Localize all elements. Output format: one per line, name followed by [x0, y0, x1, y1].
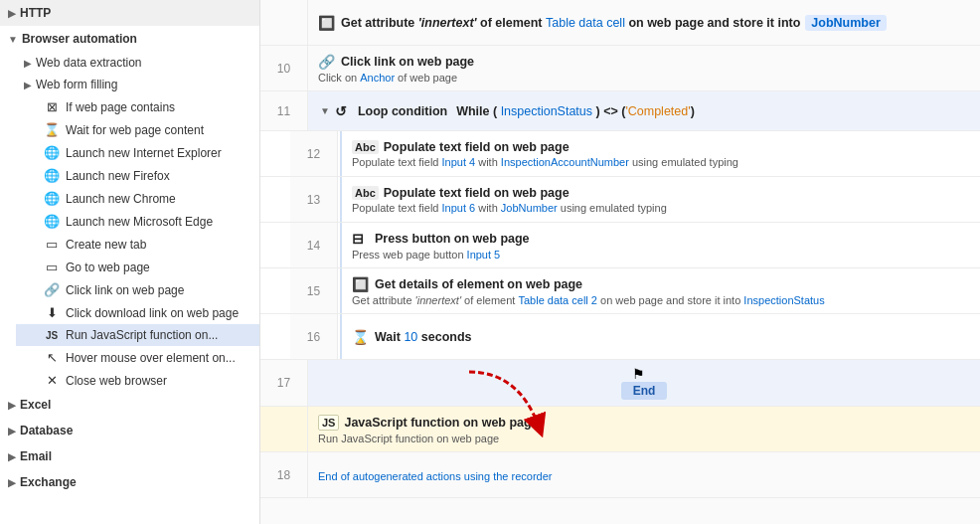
- row-title-13: Abc Populate text field on web page: [352, 186, 970, 200]
- flow-row-13[interactable]: 13 Abc Populate text field on web page P…: [260, 177, 980, 223]
- sidebar-item-launch-firefox[interactable]: 🌐 Launch new Firefox: [16, 164, 259, 187]
- row-num-14: 14: [290, 223, 338, 267]
- sidebar-item-click-download[interactable]: ⬇ Click download link on web page: [16, 301, 259, 324]
- flow-row-17-end[interactable]: 17 ⚑ End: [260, 360, 980, 407]
- sidebar-item-if-web-page[interactable]: ⊠ If web page contains: [16, 95, 259, 118]
- row-num-17: 17: [260, 360, 308, 406]
- click-download-icon: ⬇: [44, 305, 60, 320]
- excel-label: Excel: [20, 398, 51, 412]
- sidebar-item-hover-mouse[interactable]: ↖ Hover mouse over element on...: [16, 346, 259, 369]
- populate-icon-12: Abc: [352, 140, 379, 154]
- web-form-label: Web form filling: [36, 78, 117, 91]
- sidebar-section-email[interactable]: ▶ Email: [0, 443, 259, 469]
- flow-row-18[interactable]: 18 End of autogenerated actions using th…: [260, 452, 980, 498]
- sidebar-section-http[interactable]: ▶ HTTP: [0, 0, 259, 26]
- row-num-13: 13: [290, 177, 338, 222]
- sidebar-item-run-js[interactable]: JS Run JavaScript function on...: [16, 324, 259, 346]
- database-label: Database: [20, 424, 73, 437]
- row-content-18: End of autogenerated actions using the r…: [308, 452, 980, 497]
- loop-title: ▼ ↺ Loop condition While ( InspectionSta…: [320, 103, 970, 119]
- launch-firefox-icon: 🌐: [44, 168, 60, 183]
- create-tab-icon: ▭: [44, 237, 60, 252]
- close-browser-icon: ✕: [44, 373, 60, 388]
- get-details-icon: 🔲: [352, 276, 370, 292]
- web-data-label: Web data extraction: [36, 56, 142, 70]
- click-download-label: Click download link on web page: [66, 306, 239, 320]
- sidebar-item-wait-web-page[interactable]: ⌛ Wait for web page content: [16, 118, 259, 141]
- launch-edge-icon: 🌐: [44, 214, 60, 229]
- exchange-chevron: ▶: [8, 477, 16, 488]
- end-row-content: ⚑ End: [308, 360, 980, 406]
- row-content-15: 🔲 Get details of element on web page Get…: [340, 268, 980, 313]
- loop-collapse-chevron[interactable]: ▼: [320, 105, 330, 116]
- sidebar-item-launch-chrome[interactable]: 🌐 Launch new Chrome: [16, 187, 259, 210]
- populate-icon-13: Abc: [352, 186, 379, 200]
- exchange-label: Exchange: [20, 475, 77, 489]
- flow-row-12[interactable]: 12 Abc Populate text field on web page P…: [260, 131, 980, 177]
- row-desc-15: Get attribute 'innertext' of element Tab…: [352, 294, 970, 306]
- go-to-web-icon: ▭: [44, 260, 60, 274]
- if-web-page-icon: ⊠: [44, 99, 60, 114]
- get-attribute-icon: 🔲: [318, 15, 336, 31]
- red-arrow-overlay: [459, 367, 559, 449]
- sidebar-subsection-web-data-extraction[interactable]: ▶ Web data extraction: [16, 52, 259, 74]
- row-num-12: 12: [290, 131, 338, 176]
- sidebar-item-close-browser[interactable]: ✕ Close web browser: [16, 369, 259, 392]
- browser-automation-chevron: ▼: [8, 34, 18, 45]
- row-content-14: ⊟ Press button on web page Press web pag…: [340, 223, 980, 267]
- flow-row-16[interactable]: 16 ⌛ Wait 10 seconds: [260, 314, 980, 360]
- row-desc-14: Press web page button Input 5: [352, 249, 970, 261]
- browser-automation-children: ▶ Web data extraction ▶ Web form filling…: [0, 52, 259, 392]
- row-title-10: 🔗 Click link on web page: [318, 54, 970, 70]
- autogenerated-link[interactable]: End of autogenerated actions using the r…: [318, 470, 552, 482]
- launch-firefox-label: Launch new Firefox: [66, 169, 170, 183]
- wait-web-page-icon: ⌛: [44, 122, 60, 137]
- row-desc-18: End of autogenerated actions using the r…: [318, 470, 970, 482]
- sidebar-item-click-link[interactable]: 🔗 Click link on web page: [16, 278, 259, 301]
- run-js-icon: JS: [44, 330, 60, 341]
- hover-mouse-icon: ↖: [44, 350, 60, 365]
- browser-automation-label: Browser automation: [22, 32, 137, 46]
- http-label: HTTP: [20, 6, 51, 20]
- row-desc-12: Populate text field Input 4 with Inspect…: [352, 156, 970, 168]
- wait-icon: ⌛: [352, 329, 370, 345]
- row-title: 🔲 Get attribute 'innertext' of element T…: [318, 15, 970, 31]
- end-badge: End: [621, 382, 668, 400]
- flow-row-11-loop[interactable]: 11 ▼ ↺ Loop condition While ( Inspection…: [260, 91, 980, 131]
- sidebar-item-launch-edge[interactable]: 🌐 Launch new Microsoft Edge: [16, 210, 259, 233]
- sidebar-section-database[interactable]: ▶ Database: [0, 418, 259, 443]
- row-desc-10: Click on Anchor of web page: [318, 72, 970, 84]
- database-chevron: ▶: [8, 426, 16, 437]
- loop-icon: ↺: [335, 103, 353, 119]
- sidebar-section-excel[interactable]: ▶ Excel: [0, 392, 259, 418]
- row-desc-17b: Run JavaScript function on web page: [318, 433, 970, 444]
- flow-row-15[interactable]: 15 🔲 Get details of element on web page …: [260, 268, 980, 314]
- sidebar-subsection-web-form-filling[interactable]: ▶ Web form filling: [16, 74, 259, 95]
- sidebar-section-exchange[interactable]: ▶ Exchange: [0, 469, 259, 495]
- sidebar-section-browser-automation[interactable]: ▼ Browser automation: [0, 26, 259, 52]
- sidebar-item-create-tab[interactable]: ▭ Create new tab: [16, 233, 259, 256]
- row-content-17b: JS JavaScript function on web page Run J…: [308, 407, 980, 451]
- row-title-14: ⊟ Press button on web page: [352, 231, 970, 247]
- row-content-10: 🔗 Click link on web page Click on Anchor…: [308, 46, 980, 90]
- row-num-15: 15: [290, 268, 338, 313]
- sidebar-item-launch-ie[interactable]: 🌐 Launch new Internet Explorer: [16, 141, 259, 164]
- click-link-row-icon: 🔗: [318, 54, 336, 70]
- flow-row-10[interactable]: 10 🔗 Click link on web page Click on Anc…: [260, 46, 980, 91]
- row-title-16: ⌛ Wait 10 seconds: [352, 329, 970, 345]
- row-num-16: 16: [290, 314, 338, 359]
- http-chevron: ▶: [8, 8, 16, 19]
- close-browser-label: Close web browser: [66, 374, 167, 388]
- go-to-web-label: Go to web page: [66, 261, 150, 274]
- jobnumber-tag: JobNumber: [805, 15, 886, 31]
- sidebar-item-go-to-web[interactable]: ▭ Go to web page: [16, 256, 259, 278]
- excel-chevron: ▶: [8, 400, 16, 411]
- launch-chrome-label: Launch new Chrome: [66, 192, 176, 206]
- flow-row-17b-js[interactable]: JS JavaScript function on web page Run J…: [260, 407, 980, 452]
- flow-row-14[interactable]: 14 ⊟ Press button on web page Press web …: [260, 223, 980, 268]
- row-content-16: ⌛ Wait 10 seconds: [340, 314, 980, 359]
- row-num-10: 10: [260, 46, 308, 90]
- email-chevron: ▶: [8, 451, 16, 462]
- press-button-icon: ⊟: [352, 231, 370, 247]
- flow-row-get-attribute-jobnumber[interactable]: 🔲 Get attribute 'innertext' of element T…: [260, 0, 980, 46]
